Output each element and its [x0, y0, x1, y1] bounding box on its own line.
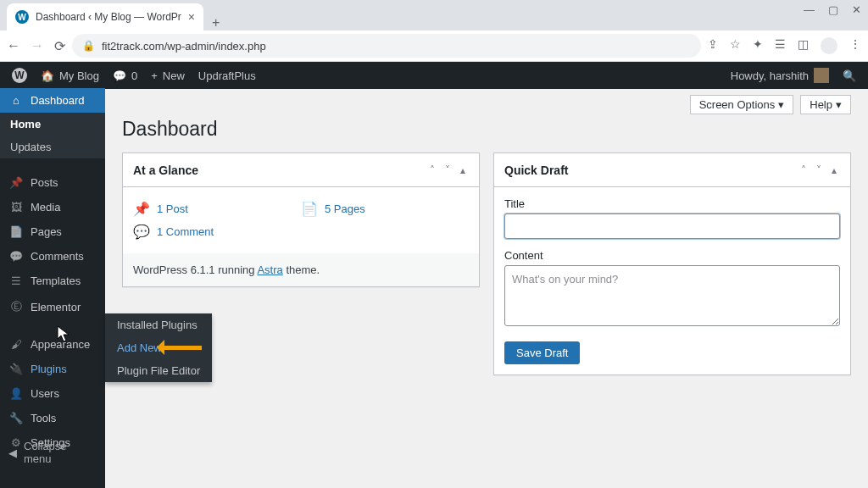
minimize-icon[interactable]: —: [804, 3, 815, 16]
admin-sidebar: ⌂ Dashboard Home Updates 📌Posts 🖼Media 📄…: [0, 88, 105, 89]
wordpress-favicon: W: [15, 10, 29, 24]
plus-icon: +: [151, 69, 158, 82]
howdy-user[interactable]: Howdy, harshith: [731, 68, 829, 83]
updraftplus-link[interactable]: UpdraftPlus: [198, 69, 256, 82]
sidebar-item-dashboard[interactable]: ⌂ Dashboard: [0, 88, 105, 89]
tab-overview-icon[interactable]: ◫: [798, 37, 809, 54]
wp-logo-icon[interactable]: W: [12, 68, 27, 83]
user-avatar: [814, 68, 829, 83]
bookmark-icon[interactable]: ☆: [730, 37, 741, 54]
reload-icon[interactable]: ⟳: [54, 38, 65, 54]
main-content: Screen Options▾ Help▾ Dashboard At a Gla…: [105, 88, 868, 89]
search-icon[interactable]: 🔍: [843, 69, 856, 82]
close-tab-icon[interactable]: ×: [188, 10, 195, 24]
chrome-menu-icon[interactable]: ⋮: [849, 37, 861, 54]
comment-icon: 💬: [113, 69, 126, 82]
profile-avatar[interactable]: [821, 37, 837, 54]
extensions-icon[interactable]: ✦: [753, 37, 763, 54]
address-bar[interactable]: 🔒 fit2track.com/wp-admin/index.php: [72, 34, 701, 58]
new-content-link[interactable]: + New: [151, 69, 185, 82]
tab-bar: W Dashboard ‹ My Blog — WordPr × + — ▢ ✕: [0, 0, 868, 30]
url-text: fit2track.com/wp-admin/index.php: [102, 40, 266, 53]
url-bar: ← → ⟳ 🔒 fit2track.com/wp-admin/index.php…: [0, 30, 868, 61]
maximize-icon[interactable]: ▢: [828, 3, 838, 16]
close-window-icon[interactable]: ✕: [852, 3, 861, 16]
share-icon[interactable]: ⇪: [708, 37, 718, 54]
browser-chrome: W Dashboard ‹ My Blog — WordPr × + — ▢ ✕…: [0, 0, 868, 62]
browser-tab[interactable]: W Dashboard ‹ My Blog — WordPr ×: [7, 3, 203, 30]
home-icon: 🏠: [41, 69, 54, 82]
reading-list-icon[interactable]: ☰: [775, 37, 786, 54]
lock-icon: 🔒: [82, 40, 95, 52]
back-icon[interactable]: ←: [7, 38, 20, 54]
site-name-link[interactable]: 🏠 My Blog: [41, 69, 99, 82]
wp-admin-bar: W 🏠 My Blog 💬 0 + New UpdraftPlus Howdy,…: [0, 62, 868, 89]
forward-icon[interactable]: →: [31, 38, 44, 54]
tab-title: Dashboard ‹ My Blog — WordPr: [36, 11, 181, 23]
window-controls: — ▢ ✕: [804, 3, 861, 16]
comments-link[interactable]: 💬 0: [113, 69, 137, 82]
new-tab-button[interactable]: +: [203, 15, 228, 30]
